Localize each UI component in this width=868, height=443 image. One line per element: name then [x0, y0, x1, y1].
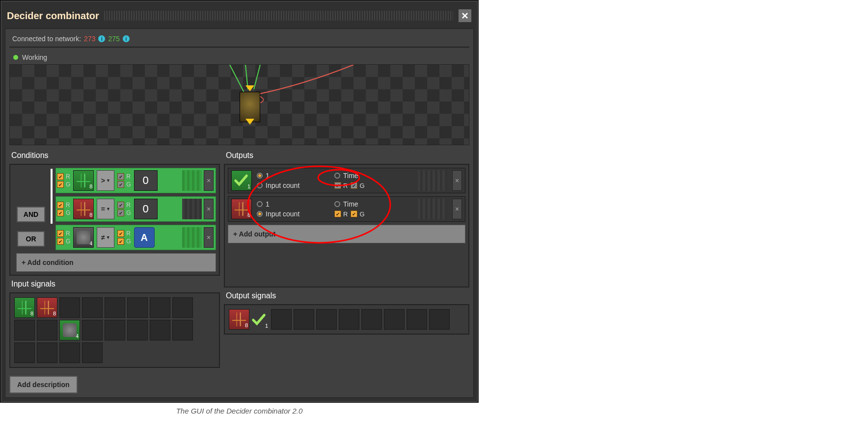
- output-mode-inputcount-radio[interactable]: [257, 211, 263, 217]
- empty-slot[interactable]: [14, 342, 35, 363]
- empty-slot[interactable]: [172, 297, 193, 318]
- output-mode-one-radio[interactable]: [257, 173, 263, 179]
- output-r-checkbox[interactable]: ✔: [334, 210, 341, 217]
- row-stripe-icon: [182, 227, 202, 248]
- output-mode-time-radio[interactable]: [334, 201, 340, 207]
- empty-slot[interactable]: [429, 309, 450, 330]
- g-checkbox[interactable]: ✔: [57, 238, 64, 245]
- remove-condition-button[interactable]: ×: [204, 199, 214, 219]
- outputs-box: 1 1 Time Input count ✔R ✔G ×: [224, 164, 469, 287]
- remove-condition-button[interactable]: ×: [204, 227, 214, 248]
- constant-slot[interactable]: 0: [134, 199, 158, 219]
- output-mode-time-radio[interactable]: [334, 173, 340, 179]
- g-checkbox[interactable]: ✔: [57, 181, 64, 188]
- caption: The GUI of the Decider combinator 2.0: [0, 403, 479, 419]
- empty-slot[interactable]: [172, 320, 193, 340]
- info-icon[interactable]: i: [98, 35, 105, 42]
- status-row: Working: [9, 51, 469, 64]
- empty-slot[interactable]: [361, 309, 382, 330]
- row-stripe-icon: [418, 170, 447, 191]
- and-button[interactable]: AND: [17, 207, 45, 222]
- empty-slot[interactable]: [82, 342, 103, 363]
- add-output-button[interactable]: + Add output: [228, 225, 465, 243]
- conditions-column: Conditions AND OR ✔R: [9, 150, 220, 393]
- output-mode-inputcount-radio[interactable]: [257, 182, 263, 188]
- constant-slot[interactable]: 0: [134, 170, 158, 191]
- row-stripe-icon: [182, 199, 202, 219]
- output-r-checkbox[interactable]: ✔: [334, 182, 341, 189]
- empty-slot[interactable]: [150, 320, 170, 340]
- r-checkbox[interactable]: ✔: [117, 202, 124, 208]
- output-signal-slot[interactable]: 1: [231, 170, 252, 191]
- checkmark-icon: [234, 173, 248, 187]
- input-signal-slot[interactable]: 8: [37, 297, 57, 318]
- signal-slot[interactable]: A: [134, 227, 155, 248]
- g-checkbox[interactable]: ✔: [117, 209, 124, 216]
- circuit-icon: [77, 202, 90, 216]
- empty-slot[interactable]: [384, 309, 405, 330]
- empty-slot[interactable]: [105, 320, 125, 340]
- input-signals-box: 8 8 4: [9, 292, 220, 368]
- empty-slot[interactable]: [59, 342, 80, 363]
- empty-slot[interactable]: [339, 309, 359, 330]
- circuit-icon: [18, 301, 31, 314]
- output-signal-slot[interactable]: 8: [231, 199, 252, 219]
- r-checkbox[interactable]: ✔: [57, 173, 64, 180]
- operator-dropdown[interactable]: ≠▼: [97, 227, 114, 248]
- or-button[interactable]: OR: [17, 231, 45, 247]
- conditions-title: Conditions: [9, 150, 220, 161]
- g-checkbox[interactable]: ✔: [57, 209, 64, 216]
- drag-handle[interactable]: [104, 11, 453, 21]
- signal-slot[interactable]: 8: [73, 199, 94, 219]
- remove-output-button[interactable]: ×: [452, 199, 462, 219]
- r-checkbox[interactable]: ✔: [57, 202, 64, 208]
- add-description-button[interactable]: Add description: [9, 376, 78, 393]
- signal-slot[interactable]: 4: [73, 227, 94, 248]
- output-g-checkbox[interactable]: ✔: [351, 182, 357, 189]
- signal-slot[interactable]: 8: [73, 170, 94, 191]
- output-g-checkbox[interactable]: ✔: [351, 210, 357, 217]
- r-checkbox[interactable]: ✔: [117, 230, 124, 237]
- output-signal-item[interactable]: 1: [251, 309, 269, 330]
- empty-slot[interactable]: [82, 320, 103, 340]
- empty-slot[interactable]: [150, 297, 170, 318]
- empty-slot[interactable]: [37, 320, 57, 340]
- condition-row: ✔R ✔G 8 >▼ ✔R ✔G 0 ×: [55, 168, 216, 193]
- empty-slot[interactable]: [82, 297, 103, 318]
- preview-viewport[interactable]: [9, 64, 469, 145]
- input-signal-slot[interactable]: 4: [59, 320, 80, 340]
- empty-slot[interactable]: [105, 297, 125, 318]
- empty-slot[interactable]: [316, 309, 337, 330]
- window-title: Decider combinator: [7, 10, 99, 22]
- output-signal-item[interactable]: 8: [229, 309, 249, 330]
- empty-slot[interactable]: [294, 309, 314, 330]
- output-row: 8 1 Time Input count ✔R ✔G ×: [228, 196, 465, 222]
- item-icon: [63, 323, 77, 337]
- empty-slot[interactable]: [127, 297, 148, 318]
- r-checkbox[interactable]: ✔: [57, 230, 64, 237]
- empty-slot[interactable]: [14, 320, 35, 340]
- empty-slot[interactable]: [127, 320, 148, 340]
- output-signals-box: 8 1: [224, 304, 469, 335]
- g-checkbox[interactable]: ✔: [117, 238, 124, 245]
- output-mode-one-radio[interactable]: [257, 201, 263, 207]
- status-text: Working: [22, 53, 47, 61]
- operator-dropdown[interactable]: >▼: [97, 170, 114, 191]
- empty-slot[interactable]: [407, 309, 427, 330]
- operator-dropdown[interactable]: =▼: [97, 199, 114, 219]
- titlebar: Decider combinator: [5, 5, 474, 28]
- row-stripe-icon: [182, 170, 202, 191]
- close-button[interactable]: [458, 9, 472, 23]
- empty-slot[interactable]: [37, 342, 57, 363]
- input-signals-title: Input signals: [9, 279, 220, 289]
- remove-output-button[interactable]: ×: [452, 170, 462, 191]
- empty-slot[interactable]: [271, 309, 292, 330]
- remove-condition-button[interactable]: ×: [204, 170, 214, 191]
- add-condition-button[interactable]: + Add condition: [16, 253, 216, 272]
- info-icon[interactable]: i: [123, 35, 130, 42]
- r-checkbox[interactable]: ✔: [117, 173, 124, 180]
- close-icon: [461, 12, 468, 19]
- input-signal-slot[interactable]: 8: [14, 297, 35, 318]
- empty-slot[interactable]: [59, 297, 80, 318]
- g-checkbox[interactable]: ✔: [117, 181, 124, 188]
